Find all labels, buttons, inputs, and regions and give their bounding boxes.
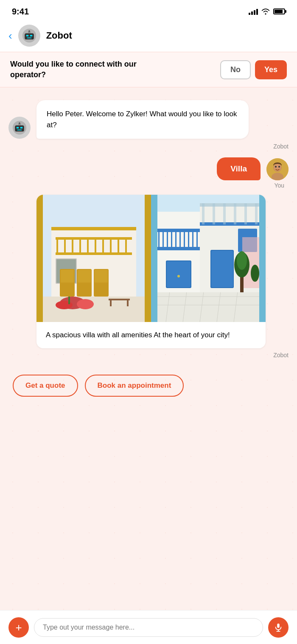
plus-icon: + (15, 622, 22, 633)
svg-rect-47 (68, 297, 70, 304)
user-message-row: Villa (8, 157, 289, 180)
svg-rect-26 (64, 240, 66, 252)
svg-rect-83 (244, 203, 247, 224)
mic-button[interactable] (268, 617, 289, 638)
battery-icon (273, 8, 285, 14)
svg-rect-77 (200, 222, 259, 226)
svg-rect-24 (56, 237, 132, 240)
input-bar: + (0, 610, 297, 644)
villa-image-left (36, 195, 151, 322)
svg-rect-8 (15, 126, 24, 132)
svg-rect-82 (234, 203, 236, 224)
svg-rect-78 (200, 203, 259, 207)
svg-rect-71 (196, 232, 198, 247)
svg-rect-64 (167, 232, 168, 247)
svg-rect-80 (213, 203, 215, 224)
bot-greeting-row: Hello Peter. Welcome to Zylker! What wou… (8, 100, 289, 139)
signal-icon (249, 8, 258, 15)
get-quote-button[interactable]: Get a quote (13, 375, 78, 397)
nav-bar: ‹ Zobot (0, 21, 297, 52)
operator-buttons: No Yes (220, 60, 287, 79)
svg-rect-66 (175, 232, 177, 247)
svg-rect-68 (184, 232, 185, 247)
user-avatar (266, 158, 289, 180)
card-sender: Zobot (36, 352, 289, 358)
book-appointment-button[interactable]: Book an appointment (85, 375, 184, 397)
villa-image-right (151, 195, 266, 322)
svg-rect-10 (20, 127, 22, 129)
svg-point-45 (77, 299, 94, 309)
svg-rect-49 (110, 300, 112, 306)
bot-nav-avatar (18, 25, 40, 47)
svg-rect-4 (27, 38, 31, 39)
villa-card: A spacious villa with all amenities At t… (36, 195, 266, 348)
svg-rect-2 (26, 35, 28, 36)
svg-rect-1 (25, 34, 34, 39)
bot-name: Zobot (46, 30, 72, 41)
bot-greeting-sender: Zobot (36, 143, 289, 150)
svg-rect-65 (171, 232, 172, 247)
action-buttons: Get a quote Book an appointment (8, 375, 289, 397)
svg-rect-74 (167, 261, 191, 287)
svg-rect-25 (56, 240, 58, 252)
svg-rect-23 (51, 227, 136, 230)
no-button[interactable]: No (220, 60, 251, 79)
status-bar: 9:41 (0, 0, 297, 21)
user-bubble: Villa (217, 157, 261, 180)
svg-rect-30 (95, 240, 96, 252)
operator-banner: Would you like to connect with our opera… (0, 52, 297, 87)
svg-point-92 (251, 265, 259, 282)
svg-rect-33 (118, 240, 119, 252)
svg-point-18 (275, 166, 277, 168)
svg-point-13 (19, 123, 20, 124)
svg-rect-69 (188, 232, 189, 247)
svg-rect-32 (110, 240, 112, 252)
add-button[interactable]: + (8, 617, 29, 638)
svg-rect-84 (255, 203, 258, 224)
bot-avatar (8, 117, 31, 139)
status-icons (249, 8, 285, 15)
svg-rect-48 (109, 299, 130, 300)
svg-rect-93 (277, 623, 280, 627)
svg-rect-9 (17, 127, 19, 129)
svg-point-6 (28, 30, 30, 32)
svg-point-91 (237, 251, 247, 270)
svg-point-19 (278, 166, 280, 168)
svg-rect-50 (127, 300, 129, 306)
operator-question: Would you like to connect with our opera… (10, 59, 146, 80)
svg-rect-43 (95, 270, 108, 283)
svg-rect-27 (72, 240, 73, 252)
svg-rect-3 (30, 35, 32, 36)
svg-rect-70 (192, 232, 193, 247)
svg-rect-81 (223, 203, 226, 224)
svg-rect-42 (78, 270, 91, 283)
svg-rect-11 (17, 130, 22, 131)
svg-rect-63 (163, 232, 164, 247)
svg-rect-86 (211, 251, 233, 287)
user-sender: You (8, 182, 289, 189)
svg-point-75 (177, 275, 180, 277)
mic-icon (274, 623, 283, 632)
card-description: A spacious villa with all amenities At t… (36, 322, 266, 348)
svg-rect-61 (157, 229, 200, 232)
svg-rect-79 (202, 203, 205, 224)
svg-rect-28 (79, 240, 81, 252)
wifi-icon (261, 8, 270, 15)
svg-rect-34 (125, 240, 127, 252)
card-images (36, 195, 266, 322)
bot-greeting-bubble: Hello Peter. Welcome to Zylker! What wou… (36, 100, 249, 139)
yes-button[interactable]: Yes (255, 60, 287, 79)
status-time: 9:41 (12, 7, 29, 17)
svg-rect-72 (157, 247, 200, 250)
svg-rect-29 (87, 240, 89, 252)
svg-rect-62 (158, 232, 160, 247)
svg-rect-31 (102, 240, 104, 252)
chat-area: Hello Peter. Welcome to Zylker! What wou… (0, 87, 297, 610)
message-input[interactable] (34, 618, 263, 637)
back-button[interactable]: ‹ (8, 29, 12, 42)
svg-rect-35 (56, 252, 132, 255)
svg-rect-41 (61, 270, 74, 283)
svg-rect-67 (179, 232, 181, 247)
